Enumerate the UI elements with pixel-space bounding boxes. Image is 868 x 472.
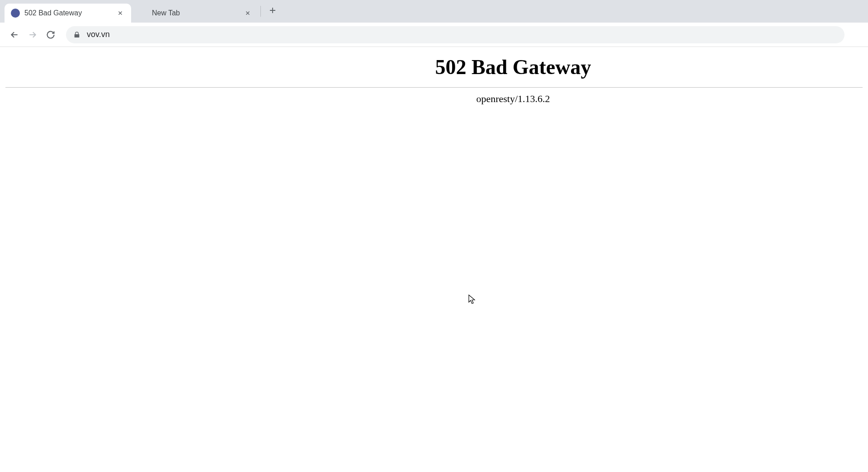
server-info: openresty/1.13.6.2 [164,93,863,105]
tab-inactive[interactable]: New Tab [132,4,259,23]
tab-title: 502 Bad Gateway [24,9,112,17]
divider [5,87,863,88]
address-bar[interactable]: vov.vn [66,26,844,43]
error-heading: 502 Bad Gateway [164,55,863,79]
tab-strip: 502 Bad Gateway New Tab [0,0,868,23]
close-icon[interactable] [116,9,125,18]
new-tab-button[interactable] [264,2,281,19]
favicon-icon [138,9,147,18]
toolbar: vov.vn [0,23,868,47]
url-text: vov.vn [87,30,110,39]
page-content: 502 Bad Gateway openresty/1.13.6.2 [0,55,868,105]
reload-button[interactable] [42,26,60,44]
lock-icon [73,31,80,38]
tab-title: New Tab [152,9,240,17]
tab-separator [260,6,261,17]
back-button[interactable] [5,26,24,44]
tab-active[interactable]: 502 Bad Gateway [5,4,131,23]
close-icon[interactable] [243,9,252,18]
favicon-icon [11,9,20,18]
forward-button[interactable] [24,26,42,44]
cursor-icon [468,294,476,304]
